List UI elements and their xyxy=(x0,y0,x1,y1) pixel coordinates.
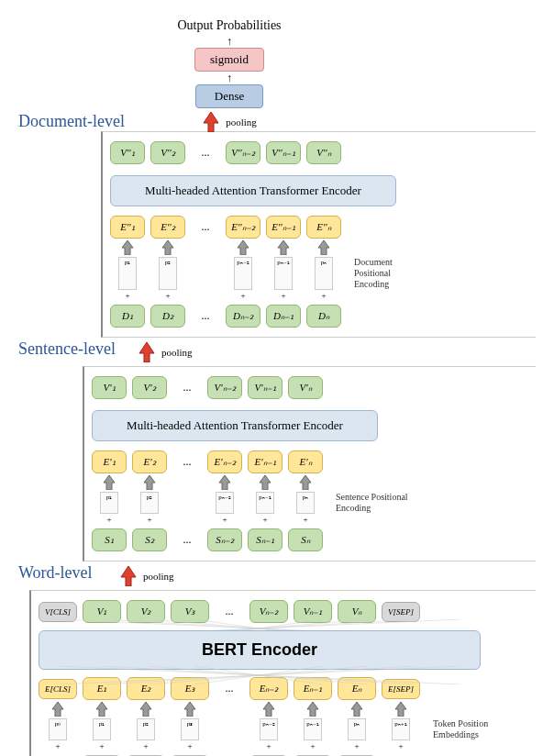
svg-marker-9 xyxy=(219,475,230,490)
pe-box: pₙ₋₂ xyxy=(260,718,278,740)
pe-box: p₁ xyxy=(100,492,118,514)
ellipsis: ... xyxy=(172,455,202,469)
e-cell: E''₂ xyxy=(150,216,185,239)
v-cell: V'ₙ₋₂ xyxy=(207,376,242,399)
d-cell: Dₙ₋₁ xyxy=(266,305,301,328)
s-cell: Sₙ₋₁ xyxy=(248,528,283,551)
gray-arrow-up-icon xyxy=(237,240,249,255)
pe-box: pₙ₋₁ xyxy=(304,718,322,740)
svg-marker-33 xyxy=(263,702,274,717)
pe-box: p₀ xyxy=(49,718,67,740)
svg-marker-29 xyxy=(52,702,63,717)
s-cell: S₂ xyxy=(132,528,167,551)
ellipsis: ... xyxy=(191,146,220,160)
e-cell: E'ₙ₋₂ xyxy=(207,450,242,473)
gray-arrow-up-icon xyxy=(51,702,64,717)
e-cell: E'₁ xyxy=(92,450,127,473)
svg-marker-0 xyxy=(204,112,218,132)
gray-arrow-up-icon xyxy=(95,702,108,717)
gray-arrow-up-icon xyxy=(103,475,116,490)
transformer-encoder: Multi-headed Attention Transformer Encod… xyxy=(110,175,396,206)
d-cell: D₁ xyxy=(110,305,145,328)
red-arrow-up-icon xyxy=(138,342,156,362)
pe-box: pₙ xyxy=(296,492,315,514)
arrow-row xyxy=(110,240,536,255)
pe-box: p₃ xyxy=(181,718,199,740)
svg-marker-4 xyxy=(278,240,289,255)
architecture-diagram: Output Probabilities ↑ sigmoid ↑ Dense p… xyxy=(18,18,536,756)
doc-d-row: D₁ D₂ ... Dₙ₋₂ Dₙ₋₁ Dₙ xyxy=(110,305,536,328)
pe-box: pₙ₋₁ xyxy=(256,492,274,514)
pe-box: pₙ xyxy=(315,257,333,290)
s-cell: S₁ xyxy=(92,528,127,551)
v-cell: V''ₙ₋₂ xyxy=(226,141,260,164)
e-cell: E'₂ xyxy=(132,450,167,473)
s-cell: Sₙ₋₂ xyxy=(207,528,242,551)
doc-pe-row: p₁ p₂ pₙ₋₂ pₙ₋₁ pₙ Document Positional E… xyxy=(110,257,536,290)
gray-arrow-up-icon xyxy=(306,702,319,717)
ellipsis: ... xyxy=(172,381,202,395)
pooling-label: pooling xyxy=(226,117,257,128)
svg-marker-2 xyxy=(162,240,173,255)
svg-marker-32 xyxy=(184,702,195,717)
sent-e-row: E'₁ E'₂ ... E'ₙ₋₂ E'ₙ₋₁ E'ₙ xyxy=(92,450,536,473)
doc-pe-label: Document Positional Encoding xyxy=(354,257,427,290)
v-cell: V''₁ xyxy=(110,141,145,164)
word-level-block: V[CLS] V₁ V₂ V₃ ... Vₙ₋₂ Vₙ₋₁ Vₙ V[SEP] … xyxy=(29,590,536,756)
pe-box: pₙ₊₁ xyxy=(392,718,410,740)
pe-box: p₁ xyxy=(118,257,137,290)
svg-marker-5 xyxy=(318,240,329,255)
e-cell: E''₁ xyxy=(110,216,145,239)
gray-arrow-up-icon xyxy=(161,240,174,255)
arrow-row xyxy=(39,702,536,717)
pooling-row: pooling xyxy=(138,342,536,362)
pe-box: pₙ₋₁ xyxy=(274,257,293,290)
red-arrow-up-icon xyxy=(119,566,138,586)
gray-arrow-up-icon xyxy=(394,702,407,717)
svg-marker-30 xyxy=(96,702,107,717)
sent-v-row: V'₁ V'₂ ... V'ₙ₋₂ V'ₙ₋₁ V'ₙ xyxy=(92,376,536,399)
red-arrow-up-icon xyxy=(202,112,220,132)
word-pe-row: p₀ p₁ p₂ p₃ pₙ₋₂ pₙ₋₁ pₙ pₙ₊₁ Token Posi… xyxy=(39,718,536,740)
v-cell: V'ₙ₋₁ xyxy=(248,376,283,399)
svg-marker-7 xyxy=(104,475,115,490)
sent-s-row: S₁ S₂ ... Sₙ₋₂ Sₙ₋₁ Sₙ xyxy=(92,528,536,551)
sentence-level-block: V'₁ V'₂ ... V'ₙ₋₂ V'ₙ₋₁ V'ₙ Multi-headed… xyxy=(83,366,536,561)
e-cell: E''ₙ₋₁ xyxy=(266,216,301,239)
svg-marker-12 xyxy=(121,566,136,586)
gray-arrow-up-icon xyxy=(259,475,271,490)
pe-box: pₙ₋₂ xyxy=(216,492,234,514)
v-cell: V''ₙ₋₁ xyxy=(266,141,301,164)
e-cell: E''ₙ xyxy=(306,216,341,239)
pooling-label: pooling xyxy=(143,571,174,582)
ellipsis: ... xyxy=(191,309,220,323)
sigmoid-box: sigmoid xyxy=(194,48,264,72)
v-cell: V''ₙ xyxy=(306,141,341,164)
sent-pe-label: Sentence Positional Encoding xyxy=(336,492,409,514)
pe-box: pₙ xyxy=(348,718,366,740)
gray-arrow-up-icon xyxy=(317,240,330,255)
gray-arrow-up-icon xyxy=(183,702,196,717)
output-label: Output Probabilities xyxy=(177,18,281,33)
document-level-label: Document-level xyxy=(18,112,536,131)
e-cell: E'ₙ₋₁ xyxy=(248,450,283,473)
gray-arrow-up-icon xyxy=(277,240,290,255)
svg-marker-36 xyxy=(395,702,406,717)
tok-pe-label: Token Position Embeddings xyxy=(433,718,497,740)
gray-arrow-up-icon xyxy=(143,475,156,490)
gray-arrow-up-icon xyxy=(350,702,363,717)
arrow-row xyxy=(92,475,536,490)
pooling-label: pooling xyxy=(161,347,193,358)
pe-box: p₁ xyxy=(93,718,111,740)
svg-marker-8 xyxy=(144,475,155,490)
gray-arrow-up-icon xyxy=(121,240,134,255)
e-cell: E''ₙ₋₂ xyxy=(226,216,260,239)
v-cell: V''₂ xyxy=(150,141,185,164)
gray-arrow-up-icon xyxy=(262,702,275,717)
v-cell: V'₁ xyxy=(92,376,127,399)
svg-marker-3 xyxy=(238,240,249,255)
gray-arrow-up-icon xyxy=(218,475,231,490)
pe-box: p₂ xyxy=(137,718,155,740)
gray-arrow-up-icon xyxy=(299,475,312,490)
pe-box: p₂ xyxy=(159,257,177,290)
